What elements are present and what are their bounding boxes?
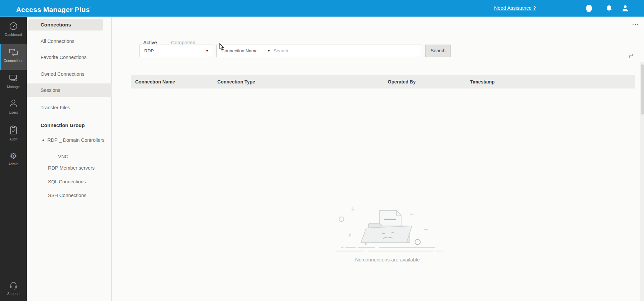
- tree-item-label: SSH Connections: [48, 189, 86, 202]
- top-bar: Access Manager Plus’ Need Assistance ?: [0, 0, 644, 17]
- sidebar-item-label: Dashboard: [5, 33, 22, 37]
- sidebar-item-dashboard[interactable]: Dashboard: [0, 19, 27, 41]
- mouse-icon[interactable]: [584, 3, 594, 13]
- chevron-down-icon: ▼: [206, 49, 209, 53]
- sidebar-item-connections[interactable]: Connections: [0, 44, 27, 70]
- sidebar-item-manage[interactable]: Manage: [0, 72, 27, 93]
- sessions-table-header: Connection Name Connection Type Operated…: [131, 75, 635, 88]
- gear-icon: ⚙: [10, 152, 17, 160]
- primary-sidebar: Dashboard Connections: [0, 17, 27, 301]
- monitors-icon: [8, 48, 18, 57]
- sidebar-item-label: Audit: [9, 137, 17, 141]
- gauge-icon: [9, 21, 18, 31]
- tree-item-vnc[interactable]: VNC: [27, 150, 112, 163]
- search-input[interactable]: [274, 45, 422, 56]
- sidebar-item-label: Support: [7, 292, 20, 296]
- tree-item-rdp-member-servers[interactable]: RDP Member servers: [27, 162, 112, 174]
- column-header-timestamp: Timestamp: [470, 75, 495, 88]
- sidebar-item-owned-connections[interactable]: Owned Connections: [27, 67, 112, 81]
- sidebar-item-users[interactable]: Users: [0, 97, 27, 118]
- connection-group-header: Connection Group: [27, 119, 112, 132]
- chevron-down-icon: ▼: [267, 49, 270, 53]
- column-header-operated-by: Operated By: [388, 75, 416, 88]
- search-column-select[interactable]: Connection Name ▼: [217, 48, 274, 53]
- tree-item-label: RDP _ Domain Controllers: [47, 134, 105, 146]
- sidebar-item-label: Users: [9, 110, 18, 114]
- connections-sidebar: Connections All Connections Favorite Con…: [27, 17, 112, 301]
- sidebar-item-support[interactable]: Support: [0, 279, 27, 300]
- sidebar-item-admin[interactable]: ⚙ Admin: [0, 149, 27, 171]
- tree-item-label: VNC: [58, 150, 68, 163]
- monitor-gear-icon: [9, 74, 18, 83]
- tree-item-rdp-domain-controllers[interactable]: RDP _ Domain Controllers: [27, 134, 112, 146]
- user-icon: [622, 5, 629, 12]
- column-header-connection-name: Connection Name: [135, 75, 175, 88]
- need-assistance-link[interactable]: Need Assistance ?: [494, 5, 536, 11]
- search-bar: Connection Name ▼: [216, 45, 422, 57]
- more-menu-button[interactable]: ⋯: [632, 20, 639, 28]
- logo-mark-icon: ’: [90, 6, 91, 10]
- clipboard-check-icon: [9, 125, 18, 135]
- protocol-select[interactable]: RDP ▼: [139, 45, 213, 57]
- tree-item-sql-connections[interactable]: SQL Connections: [27, 175, 112, 188]
- tree-item-label: SQL Connections: [48, 175, 86, 188]
- tree-item-label: RDP Member servers: [48, 162, 95, 174]
- sidebar-item-label: Manage: [7, 85, 20, 89]
- sidebar-item-label: Admin: [8, 162, 18, 166]
- search-button[interactable]: Search: [425, 45, 451, 57]
- empty-state-message: No connections are available: [320, 257, 454, 262]
- sidebar-item-audit[interactable]: Audit: [0, 123, 27, 145]
- empty-folder-illustration: [335, 205, 446, 252]
- tree-item-ssh-connections[interactable]: SSH Connections: [27, 189, 112, 202]
- column-header-connection-type: Connection Type: [217, 75, 255, 88]
- refresh-icon[interactable]: ⇄: [629, 52, 634, 60]
- sidebar-item-all-connections[interactable]: All Connections: [27, 35, 112, 48]
- access-manager-plus-window: Access Manager Plus’ Need Assistance ?: [0, 0, 644, 301]
- sidebar-item-sessions[interactable]: Sessions: [27, 83, 112, 97]
- user-icon[interactable]: [621, 3, 630, 13]
- headset-icon: [9, 281, 18, 290]
- scrollbar-thumb[interactable]: [641, 64, 644, 115]
- sidebar-item-transfer-files[interactable]: Transfer Files: [27, 101, 112, 114]
- search-column-value: Connection Name: [221, 48, 258, 53]
- protocol-select-value: RDP: [144, 48, 154, 53]
- user-outline-icon: [9, 99, 18, 109]
- mouse-icon: [585, 4, 593, 13]
- vertical-scrollbar[interactable]: [640, 62, 644, 301]
- sidebar-item-label: Connections: [4, 59, 23, 63]
- bell-icon[interactable]: [604, 3, 614, 13]
- sidebar-item-favorite-connections[interactable]: Favorite Connections: [27, 51, 112, 64]
- app-title: Access Manager Plus’: [16, 0, 91, 16]
- sidebar-tab-connections[interactable]: Connections: [28, 19, 103, 31]
- bell-icon: [606, 5, 612, 12]
- tree-expanded-icon: [42, 139, 44, 141]
